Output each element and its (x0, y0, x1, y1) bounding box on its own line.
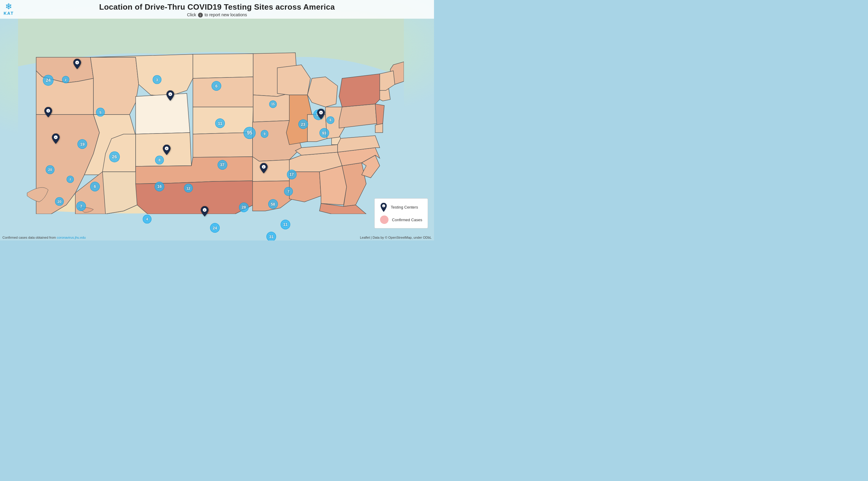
logo-text: KAT (4, 11, 14, 16)
bubble-ms: 28 (239, 202, 249, 212)
svg-text:+: + (55, 136, 56, 139)
attribution-right: Leaflet | Data by © OpenStreetMap, under… (360, 236, 432, 239)
bubble-mt: 2 (62, 76, 69, 83)
svg-text:+: + (204, 209, 205, 212)
attribution-left: Confirmed cases data obtained from coron… (2, 236, 86, 239)
subtitle-click-text: Click (187, 12, 196, 17)
usa-map-svg (18, 18, 404, 214)
attribution-left-text: Confirmed cases data obtained from (2, 236, 57, 239)
bubble-ca2: 20 (55, 197, 64, 206)
pin-ks[interactable]: + (162, 145, 171, 156)
svg-text:+: + (76, 62, 78, 64)
pin-ny[interactable]: + (317, 109, 325, 120)
legend-cases-label: Confirmed Cases (392, 218, 422, 222)
map-container: ❄ KAT Location of Drive-Thru COVID19 Tes… (0, 0, 434, 241)
pin-sd[interactable]: + (166, 90, 175, 102)
pin-ca[interactable]: + (52, 133, 60, 145)
pin-ky[interactable]: + (259, 163, 268, 174)
pin-or[interactable]: + (44, 107, 53, 119)
page-title: Location of Drive-Thru COVID19 Testing S… (0, 2, 434, 12)
bubble-mi: 15 (269, 100, 277, 108)
legend-testing-label: Testing Centers (391, 205, 418, 210)
page-subtitle: Click i to report new locations (0, 12, 434, 18)
bubble-mo: 37 (218, 160, 227, 170)
bubble-nd: 3 (153, 75, 161, 84)
bubble-sc: 7 (284, 187, 293, 196)
legend-circle-icon (380, 216, 389, 224)
logo-icon: ❄ (5, 2, 12, 11)
pin-tx2[interactable]: + (200, 206, 209, 218)
bubble-ks: 8 (155, 156, 164, 165)
bubble-id: 5 (96, 108, 105, 117)
bubble-nv: 2 (67, 176, 74, 183)
bubble-az: 7 (76, 201, 86, 211)
bubble-ga: 58 (268, 199, 278, 209)
svg-text:+: + (170, 93, 171, 96)
bubble-nc: 17 (287, 170, 297, 179)
bubble-nm: 6 (90, 182, 100, 191)
legend-pin-icon: + (380, 203, 387, 211)
bubble-in: 9 (261, 130, 269, 138)
svg-text:+: + (263, 166, 264, 168)
pin-mt[interactable]: + (73, 59, 82, 70)
svg-text:+: + (48, 110, 49, 113)
bubble-mn: 6 (212, 81, 221, 91)
bubble-fl2: 11 (281, 220, 290, 229)
legend-item-cases: Confirmed Cases (380, 216, 422, 224)
bubble-ut: 19 (78, 139, 87, 149)
subtitle-action-text: to report new locations (205, 12, 247, 17)
bubble-ca1: 20 (46, 165, 55, 174)
legend: + Testing Centers Confirmed Cases (374, 198, 428, 228)
bubble-nj: 93 (319, 128, 329, 138)
bubble-pa: 23 (299, 119, 308, 129)
info-icon[interactable]: i (198, 13, 203, 18)
svg-text:+: + (383, 205, 384, 207)
attribution-link[interactable]: coronavirus.jhu.edu (57, 236, 86, 239)
bubble-tx: 4 (143, 215, 152, 223)
bubble-ct: 6 (327, 116, 335, 124)
bubble-la: 24 (210, 223, 220, 233)
attribution-right-text: Leaflet | Data by © OpenStreetMap, under… (360, 236, 432, 239)
bubble-ia: 11 (215, 119, 225, 128)
bubble-il: 95 (244, 127, 255, 139)
svg-text:+: + (166, 148, 167, 150)
svg-text:+: + (320, 111, 322, 114)
logo: ❄ KAT (4, 2, 14, 16)
page-header: Location of Drive-Thru COVID19 Testing S… (0, 0, 434, 19)
bubble-fl1: 31 (267, 232, 276, 241)
bubble-ok2: 12 (184, 184, 193, 193)
bubble-ok: 16 (155, 182, 164, 191)
legend-item-testing: + Testing Centers (380, 203, 422, 211)
